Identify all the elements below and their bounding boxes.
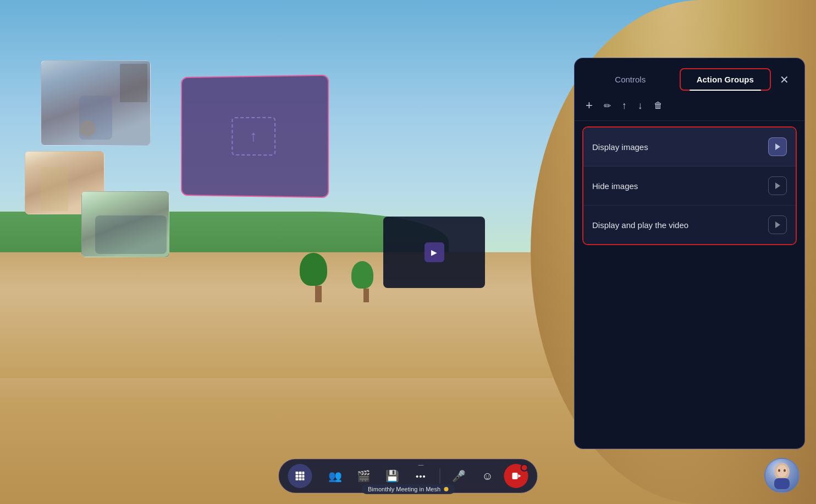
svg-rect-5 <box>302 472 305 474</box>
svg-rect-6 <box>296 475 299 478</box>
people-button[interactable]: 👥 <box>323 464 348 488</box>
emoji-button[interactable]: ☺ <box>476 464 500 488</box>
action-item-display-play-video[interactable]: Display and play the video <box>583 206 796 244</box>
svg-point-18 <box>784 469 786 472</box>
svg-point-16 <box>776 465 787 477</box>
svg-marker-13 <box>519 474 521 478</box>
avatar-image <box>765 459 798 492</box>
video-play-button[interactable]: ▶ <box>424 242 444 262</box>
tab-controls[interactable]: Controls <box>586 69 675 90</box>
photo-panel-1 <box>41 60 151 146</box>
panel-header: Controls Action Groups ✕ <box>575 58 804 91</box>
svg-rect-10 <box>299 478 302 480</box>
meeting-name: Bimonthly Meeting in Mesh <box>368 486 440 492</box>
svg-point-17 <box>778 469 780 472</box>
action-item-label-2: Hide images <box>592 181 768 191</box>
edit-button[interactable]: ✏ <box>604 101 611 111</box>
svg-marker-1 <box>775 182 780 189</box>
dashed-upload-box: ↑ <box>232 117 276 155</box>
record-button[interactable] <box>504 464 528 488</box>
panel-close-button[interactable]: ✕ <box>775 71 793 88</box>
svg-rect-15 <box>774 478 790 489</box>
taskbar-divider <box>440 468 440 484</box>
play-icon-1[interactable] <box>768 137 787 156</box>
svg-rect-4 <box>299 472 302 474</box>
photo-panel-3 <box>81 191 169 257</box>
action-item-hide-images[interactable]: Hide images <box>583 167 796 206</box>
svg-rect-8 <box>302 475 305 478</box>
add-button[interactable]: + <box>586 98 593 113</box>
move-down-button[interactable]: ↓ <box>638 100 643 112</box>
record-badge <box>521 464 528 472</box>
upload-icon-area: ↑ <box>232 117 276 155</box>
panel-toolbar: + ✏ ↑ ↓ 🗑 <box>575 91 804 121</box>
main-display-panel: ↑ <box>181 74 329 197</box>
action-groups-list: Display images Hide images Display and p… <box>582 126 797 245</box>
tree-1 <box>310 253 327 302</box>
side-panel: Controls Action Groups ✕ + ✏ ↑ ↓ 🗑 Displ… <box>574 58 805 449</box>
video-panel: ▶ <box>383 217 485 288</box>
photo-content-1 <box>41 61 150 145</box>
delete-button[interactable]: 🗑 <box>654 101 663 110</box>
action-item-display-images[interactable]: Display images <box>583 128 796 167</box>
action-item-label-1: Display images <box>592 142 768 152</box>
svg-rect-3 <box>296 472 299 474</box>
move-up-button[interactable]: ↑ <box>622 100 627 112</box>
play-icon-3[interactable] <box>768 215 787 234</box>
svg-rect-11 <box>302 478 305 480</box>
meeting-badge: Bimonthly Meeting in Mesh <box>361 484 455 494</box>
apps-button[interactable] <box>288 464 312 488</box>
tab-action-groups[interactable]: Action Groups <box>680 68 771 91</box>
svg-rect-12 <box>512 473 518 479</box>
action-item-label-3: Display and play the video <box>592 220 768 230</box>
tab-action-groups-label: Action Groups <box>697 75 754 84</box>
svg-marker-0 <box>775 143 780 150</box>
taskbar-wrapper: 👥 🎬 💾 ••• 🎤 ☺ Bimonthly Meeting in <box>279 459 538 493</box>
meeting-indicator <box>444 487 448 491</box>
photo-content-3 <box>82 192 169 257</box>
avatar-button[interactable] <box>764 458 800 493</box>
upload-arrow-icon: ↑ <box>250 128 258 145</box>
play-icon-2[interactable] <box>768 176 787 195</box>
tree-2 <box>359 261 373 302</box>
svg-marker-2 <box>775 221 780 228</box>
svg-rect-9 <box>296 478 299 480</box>
svg-rect-7 <box>299 475 302 478</box>
tab-controls-label: Controls <box>615 75 646 84</box>
